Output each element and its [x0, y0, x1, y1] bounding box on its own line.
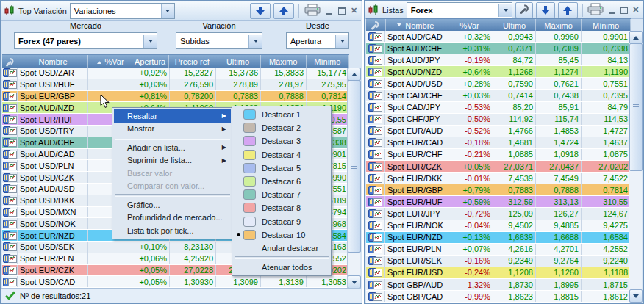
forex-dropdown[interactable]: Forex — [407, 2, 512, 18]
table-row[interactable]: Spot CHF/JPY-0,50%114,92115,74114,53 — [366, 114, 631, 126]
table-row[interactable]: Spot GBP/AUD-1,32%1,87301,89951,8715 — [366, 279, 631, 291]
chevron-down-icon[interactable] — [498, 4, 512, 17]
context-menu-item[interactable]: Añadir en lista...▶ — [114, 141, 231, 154]
highlight-menu-item[interactable]: Atenuar todos — [234, 261, 329, 274]
table-row[interactable]: Spot EUR/GBP+0,81%0,782000,78830,78880,7… — [2, 91, 349, 103]
filter-label: Desde — [286, 21, 349, 32]
context-menu-item[interactable]: Mostrar▶ — [114, 123, 231, 136]
col-maximo[interactable]: Máximo — [261, 55, 307, 68]
highlight-menu-item[interactable]: Destacar 1 — [234, 108, 329, 121]
table-row[interactable]: Spot CAD/JPY-0,53%85,2085,9184,79 — [366, 102, 631, 114]
table-row[interactable]: Spot EUR/JPY-0,72%125,09126,27124,67 — [366, 208, 631, 220]
context-menu-item[interactable]: Gráfico... — [114, 198, 231, 211]
variacion-dropdown[interactable]: Subidas — [176, 32, 262, 49]
print-button[interactable] — [304, 4, 321, 18]
scroll-thumb[interactable] — [629, 43, 643, 171]
col-minimo[interactable]: Mínimo — [582, 19, 631, 32]
cell-var: -0,50% — [446, 114, 493, 125]
table-row[interactable]: Spot EUR/NOK-0,04%9,45029,48859,4275 — [366, 220, 631, 232]
scroll-down-button[interactable] — [348, 275, 361, 289]
highlight-menu-item[interactable]: Destacar 2 — [234, 121, 329, 134]
mercado-dropdown[interactable]: Forex (47 pares) — [14, 32, 157, 49]
instrument-icon — [366, 279, 385, 290]
context-menu-item[interactable]: Lista tick por tick... — [114, 224, 231, 237]
instrument-icon — [2, 79, 18, 90]
dropdown-value: Variaciones — [71, 7, 161, 15]
highlight-menu-item[interactable]: Destacar 6 — [234, 175, 329, 188]
table-row[interactable]: Spot EUR/NZD+0,13%1,66391,66881,6584 — [366, 232, 631, 244]
highlight-menu-item[interactable]: Destacar 3 — [234, 134, 329, 148]
scroll-up-button[interactable] — [629, 31, 643, 44]
table-row[interactable]: Spot USD/CAD+0,05%1,309301,30991,31391,3… — [2, 276, 349, 288]
table-row[interactable]: Spot AUD/JPY-0,19%84,7285,4584,13 — [366, 54, 631, 66]
cell-var: +0,06% — [88, 253, 170, 264]
col-var[interactable]: %Var — [446, 19, 493, 32]
table-row[interactable]: Spot EUR/PLN+0,07%4,26164,27014,2552 — [366, 244, 631, 256]
table-row[interactable]: Spot EUR/HUF+0,59%312,59313,13310,55 — [366, 196, 631, 208]
col-maximo[interactable]: Máximo — [536, 19, 582, 32]
chevron-down-icon[interactable] — [143, 35, 157, 48]
print-button[interactable] — [587, 3, 604, 17]
chevron-down-icon[interactable] — [335, 35, 348, 48]
highlight-menu-item[interactable]: Destacar 5 — [234, 162, 329, 175]
highlight-menu-item[interactable]: Destacar 9 — [234, 215, 329, 228]
table-row[interactable]: Spot AUD/CHF+0,31%0,73710,73890,7338 — [366, 43, 631, 54]
cell-min: 7,4522 — [582, 173, 631, 184]
instrument-icon — [366, 126, 385, 137]
table-row[interactable]: Spot GBP/CAD-0,99%1,86231,88151,8612 — [366, 291, 631, 303]
chevron-down-icon[interactable] — [161, 4, 174, 18]
cell-last: 0,7590 — [493, 78, 536, 89]
context-menu-item[interactable]: Suprimir de lista...▶ — [114, 154, 231, 167]
move-up-button[interactable] — [273, 3, 294, 19]
chevron-down-icon[interactable] — [248, 35, 262, 48]
close-button[interactable]: ✕ — [632, 5, 640, 15]
col-ultimo[interactable]: Ultimo — [215, 55, 260, 68]
scroll-down-button[interactable] — [629, 289, 643, 303]
column-settings-icon[interactable] — [2, 55, 18, 68]
col-var[interactable]: %Var Apertura — [88, 55, 169, 68]
highlight-menu-item[interactable]: Destacar 4 — [234, 148, 329, 162]
col-nombre[interactable]: Nombre — [18, 55, 89, 68]
table-row[interactable]: Spot AUD/CAD+0,32%0,99430,99600,9901 — [366, 31, 631, 43]
close-button[interactable]: ✕ — [349, 6, 359, 16]
col-nombre[interactable]: Nombre — [386, 19, 447, 32]
table-row[interactable]: Spot EUR/CZK+0,05%27,037127,043727,0202 — [366, 161, 631, 173]
highlight-menu-item[interactable]: Destacar 10 — [234, 228, 329, 242]
column-settings-icon[interactable] — [366, 19, 386, 32]
filter-mercado: Mercado Forex (47 pares) — [14, 21, 157, 49]
col-precio-ref[interactable]: Precio ref — [169, 55, 215, 68]
maximize-button[interactable] — [620, 5, 629, 15]
desde-dropdown[interactable]: Apertura — [286, 32, 349, 49]
highlight-menu-item[interactable]: Anular destacar — [234, 242, 329, 255]
highlight-menu-item[interactable]: Destacar 7 — [234, 188, 329, 201]
instrument-icon — [366, 149, 385, 160]
instrument-icon — [366, 220, 385, 231]
table-row[interactable]: Spot USD/HUF+0,83%276,590278,89278,97275… — [2, 79, 349, 91]
scroll-thumb[interactable] — [348, 80, 361, 253]
highlight-menu-item[interactable]: Destacar 8 — [234, 201, 329, 214]
scroll-up-button[interactable] — [348, 68, 361, 81]
table-row[interactable]: Spot EUR/USD-0,24%1,12081,12601,1188 — [366, 267, 631, 279]
table-row[interactable]: Spot EUR/CAD-0,18%1,46811,47241,4637 — [366, 137, 631, 149]
table-row[interactable]: Spot AUD/USD+0,28%0,75900,76210,7551 — [366, 78, 631, 90]
table-row[interactable]: Spot EUR/AUD-0,52%1,47661,48531,4727 — [366, 126, 631, 137]
minimize-button[interactable] — [324, 6, 334, 16]
col-ultimo[interactable]: Ultimo — [493, 19, 536, 32]
table-row[interactable]: Spot USD/ZAR+0,92%15,232715,373615,38331… — [2, 68, 349, 79]
col-minimo[interactable]: Mínimo — [307, 55, 349, 68]
table-row[interactable]: Spot EUR/DKK-0,01%7,45397,45497,4522 — [366, 173, 631, 184]
move-up-button[interactable] — [558, 2, 577, 18]
move-down-button[interactable] — [536, 2, 555, 18]
minimize-button[interactable] — [607, 5, 616, 15]
table-row[interactable]: Spot EUR/GBP+0,79%0,78830,78880,7814 — [366, 184, 631, 196]
table-row[interactable]: Spot AUD/NZD+0,64%1,12681,12741,1190 — [366, 66, 631, 78]
table-row[interactable]: Spot EUR/CHF-0,21%1,08851,09181,0875 — [366, 149, 631, 161]
move-down-button[interactable] — [250, 3, 271, 19]
maximize-button[interactable] — [337, 6, 346, 16]
table-row[interactable]: Spot CAD/CHF+0,03%0,74140,74380,7395 — [366, 90, 631, 101]
variaciones-dropdown[interactable]: Variaciones — [70, 3, 175, 19]
context-menu-item[interactable]: Resaltar▶ — [114, 109, 231, 123]
table-row[interactable]: Spot EUR/SEK-0,16%9,23499,27649,2240 — [366, 256, 631, 267]
list-settings-button[interactable] — [515, 2, 533, 18]
context-menu-item[interactable]: Profundidad de mercado... — [114, 211, 231, 225]
